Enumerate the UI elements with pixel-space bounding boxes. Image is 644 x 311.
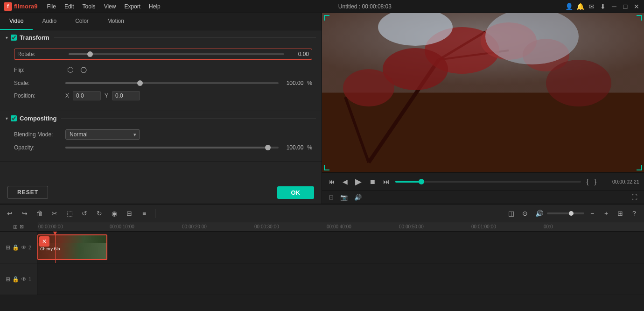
scale-slider-fill xyxy=(65,82,140,84)
clip-delete-button[interactable]: ✕ xyxy=(39,236,49,247)
blending-mode-select-wrap: Normal Dissolve Multiply Screen Overlay xyxy=(65,129,140,140)
skip-back-button[interactable]: ⏮ xyxy=(327,177,337,186)
audio-button[interactable]: 🔊 xyxy=(533,207,545,219)
progress-bar[interactable] xyxy=(395,181,581,183)
bracket-right-button[interactable]: } xyxy=(592,177,598,186)
menu-edit[interactable]: Edit xyxy=(61,2,78,11)
menu-export[interactable]: Export xyxy=(120,2,144,11)
playhead[interactable] xyxy=(55,232,56,263)
flip-horizontal-button[interactable]: ⬡ xyxy=(65,64,76,75)
title-display: Untitled : 00:00:08:03 xyxy=(338,3,392,10)
undo-button[interactable]: ↩ xyxy=(4,207,16,219)
menu-file[interactable]: File xyxy=(43,2,60,11)
track-grid-icon-1[interactable]: ⊞ xyxy=(6,276,10,283)
position-x-input[interactable] xyxy=(73,91,101,100)
close-button[interactable]: ✕ xyxy=(633,3,640,10)
compositing-toggle[interactable] xyxy=(11,115,17,121)
svg-point-11 xyxy=(546,60,611,106)
flip-vertical-button[interactable]: ⬡ xyxy=(78,65,89,75)
transform-toggle[interactable] xyxy=(11,35,17,41)
play-button[interactable]: ▶ xyxy=(353,176,364,188)
stop-button[interactable]: ⏹ xyxy=(367,177,378,186)
app-name: filmora9 xyxy=(14,3,38,10)
ruler-mark-0: 00:00:00:00 xyxy=(37,224,110,229)
tab-motion[interactable]: Motion xyxy=(98,13,133,30)
help-button[interactable]: ? xyxy=(628,207,640,219)
maximize-button[interactable]: □ xyxy=(622,3,629,10)
menu-bar: File Edit Tools View Export Help xyxy=(43,2,164,11)
color-button[interactable]: ◉ xyxy=(108,207,120,219)
rotate-slider-thumb[interactable] xyxy=(87,51,93,57)
preview-corner-tr xyxy=(637,15,642,21)
scale-slider-track[interactable] xyxy=(65,82,279,84)
add-media-button[interactable]: ◫ xyxy=(505,207,517,219)
opacity-slider-thumb[interactable] xyxy=(265,145,271,150)
zoom-out-button[interactable]: − xyxy=(586,207,598,219)
compositing-content: Blending Mode: Normal Dissolve Multiply … xyxy=(0,126,322,161)
tab-audio[interactable]: Audio xyxy=(33,13,66,30)
transform-chevron[interactable]: ▾ xyxy=(6,35,8,40)
track-lock-icon-1[interactable]: 🔒 xyxy=(12,276,19,283)
reset-button[interactable]: RESET xyxy=(7,186,48,199)
blending-mode-control: Normal Dissolve Multiply Screen Overlay xyxy=(65,129,312,140)
video-clip-1[interactable]: ✕ Cherry Blo xyxy=(37,234,107,260)
preview-corner-tl xyxy=(324,15,329,21)
delete-button[interactable]: 🗑 xyxy=(34,207,46,219)
rotate-slider-track[interactable] xyxy=(69,53,284,55)
track-number-2: 2 xyxy=(28,245,31,250)
more-button[interactable]: ≡ xyxy=(138,207,150,219)
split-button[interactable]: ⊟ xyxy=(123,207,135,219)
ok-button[interactable]: OK xyxy=(277,186,315,199)
play-back-button[interactable]: ◀ xyxy=(341,177,350,186)
rotate-left-button[interactable]: ↺ xyxy=(78,207,91,219)
scale-prop: Scale: 100.00 % xyxy=(14,80,312,86)
blending-mode-prop: Blending Mode: Normal Dissolve Multiply … xyxy=(14,129,312,140)
headphones-button[interactable]: ⊙ xyxy=(519,207,531,219)
flip-prop: Flip: ⬡ ⬡ xyxy=(14,64,312,75)
ruler-mark-1: 00:00:10:00 xyxy=(110,224,182,229)
zoom-in-button[interactable]: + xyxy=(600,207,612,219)
email-icon[interactable]: ✉ xyxy=(588,3,595,10)
rotate-right-button[interactable]: ↻ xyxy=(93,207,105,219)
opacity-slider-track[interactable] xyxy=(65,147,279,148)
position-control: X Y xyxy=(65,91,312,100)
redo-button[interactable]: ↪ xyxy=(19,207,31,219)
progress-thumb[interactable] xyxy=(419,179,424,184)
user-icon[interactable]: 👤 xyxy=(566,3,573,10)
fullscreen-button[interactable]: ⛶ xyxy=(630,193,639,202)
compositing-chevron[interactable]: ▾ xyxy=(6,116,8,121)
cut-button[interactable]: ✂ xyxy=(49,207,61,219)
crop-button[interactable]: ⬚ xyxy=(63,207,76,219)
fit-button[interactable]: ⊞ xyxy=(614,207,626,219)
snap-button[interactable]: ⊠ xyxy=(20,224,24,230)
pip-button[interactable]: ⊡ xyxy=(327,193,336,202)
notification-icon[interactable]: 🔔 xyxy=(577,3,584,10)
time-display: 00:00:02:21 xyxy=(602,179,639,184)
skip-forward-button[interactable]: ⏭ xyxy=(381,177,392,186)
tab-color[interactable]: Color xyxy=(66,13,98,30)
track-grid-icon[interactable]: ⊞ xyxy=(6,244,10,251)
minimize-button[interactable]: ─ xyxy=(610,3,618,10)
position-y-input[interactable] xyxy=(112,91,140,100)
track-visibility-icon[interactable]: 👁 xyxy=(21,244,27,251)
add-track-button[interactable]: ⊞ xyxy=(13,224,18,230)
volume-button[interactable]: 🔊 xyxy=(352,193,364,202)
zoom-slider[interactable] xyxy=(547,212,584,214)
scale-value: 100.00 xyxy=(282,80,303,86)
snapshot-button[interactable]: 📷 xyxy=(338,193,350,202)
right-panel: ⏮ ◀ ▶ ⏹ ⏭ { } 00:00:02:21 ⊡ 📷 🔊 ⛶ xyxy=(322,13,644,204)
menu-help[interactable]: Help xyxy=(145,2,164,11)
tab-video[interactable]: Video xyxy=(0,13,33,30)
scale-slider-thumb[interactable] xyxy=(137,80,143,86)
bracket-left-button[interactable]: { xyxy=(585,177,591,186)
track-eye-icon-1[interactable]: 👁 xyxy=(21,276,27,283)
menu-tools[interactable]: Tools xyxy=(79,2,99,11)
position-label: Position: xyxy=(14,92,65,99)
zoom-thumb[interactable] xyxy=(569,211,574,216)
download-icon[interactable]: ⬇ xyxy=(599,3,607,10)
menu-view[interactable]: View xyxy=(100,2,120,11)
player-controls2: ⊡ 📷 🔊 ⛶ xyxy=(322,191,644,204)
track-lock-icon[interactable]: 🔒 xyxy=(12,244,19,251)
blending-mode-select[interactable]: Normal Dissolve Multiply Screen Overlay xyxy=(65,129,140,140)
blending-mode-label: Blending Mode: xyxy=(14,131,65,138)
